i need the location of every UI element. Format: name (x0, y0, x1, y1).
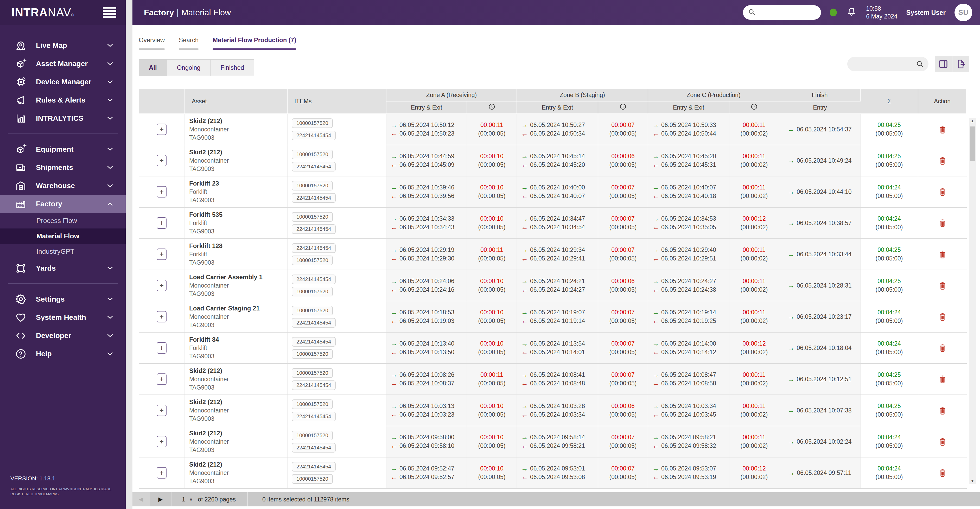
sidebar-item-yards[interactable]: Yards (0, 259, 126, 277)
sidebar-subitem-process-flow[interactable]: Process Flow (0, 213, 126, 229)
scroll-down-icon[interactable]: ▼ (969, 479, 976, 483)
tab-material-flow-production[interactable]: Material Flow Production (7) (213, 37, 296, 50)
item-tag-chip: 224214145454 (292, 275, 336, 284)
asset-tag: TAG9003 (189, 446, 215, 454)
filter-finished[interactable]: Finished (210, 60, 254, 76)
delete-row-button[interactable] (937, 124, 948, 135)
entry-arrow-icon: → (652, 402, 659, 410)
delete-row-button[interactable] (937, 155, 948, 166)
table-scrollbar[interactable]: ▲ ▼ (969, 118, 976, 484)
dwell-duration: 00:00:12 (742, 339, 766, 348)
next-page-button[interactable]: ▶ (150, 492, 172, 506)
tab-search[interactable]: Search (179, 37, 199, 50)
sidebar-item-device-manager[interactable]: Device Manager (0, 73, 126, 91)
expand-row-button[interactable]: + (157, 342, 167, 354)
entry-timestamp: 06.05.2024 10:50:33 (661, 121, 716, 129)
sidebar-item-help[interactable]: Help (0, 345, 126, 363)
duration-value: 00:00:07 (611, 121, 635, 128)
sidebar-item-developer[interactable]: Developer (0, 326, 126, 345)
chevron-down-icon (106, 114, 114, 123)
export-button[interactable] (952, 56, 969, 72)
sidebar-item-settings[interactable]: Settings (0, 290, 126, 309)
sidebar-item-equipment[interactable]: Equipment (0, 140, 126, 159)
sidebar-item-factory[interactable]: Factory (0, 195, 126, 213)
chevron-down-icon (106, 181, 114, 191)
delete-row-button[interactable] (937, 342, 948, 353)
zone-entry-exit-cell: →06.05.2024 09:53:07←06.05.2024 09:53:19 (648, 458, 729, 488)
delete-row-button[interactable] (937, 468, 948, 478)
zone-entry-exit-cell: →06.05.2024 10:08:41←06.05.2024 10:08:48 (517, 364, 598, 394)
zone-entry-exit-cell: →06.05.2024 10:19:07←06.05.2024 10:19:14 (517, 301, 598, 332)
sidebar-subitem-industrygpt[interactable]: IndustryGPT (0, 244, 126, 259)
exit-timestamp: 06.05.2024 10:19:25 (661, 317, 716, 325)
sidebar-item-intralytics[interactable]: INTRALYTICS (0, 109, 126, 127)
zone-entry-line: →06.05.2024 10:29:19 (391, 246, 454, 254)
asset-tag: TAG9003 (189, 321, 215, 329)
total-target: (00:05:00) (876, 348, 903, 356)
expand-row-button[interactable]: + (157, 124, 167, 135)
expand-row-button[interactable]: + (157, 155, 167, 166)
filter-all[interactable]: All (139, 60, 167, 76)
scrollbar-thumb[interactable] (970, 126, 975, 161)
asset-type: Monocontainer (189, 313, 229, 321)
exit-arrow-icon: ← (521, 410, 528, 419)
expand-cell: + (139, 145, 185, 176)
sidebar-item-system-health[interactable]: System Health (0, 309, 126, 326)
delete-row-button[interactable] (937, 186, 948, 197)
table-toolbar (847, 56, 969, 72)
zone-entry-exit-cell: →06.05.2024 10:19:14←06.05.2024 10:19:25 (648, 301, 729, 332)
tab-underline (139, 48, 165, 50)
table-search[interactable] (847, 57, 929, 71)
expand-row-button[interactable]: + (157, 311, 167, 323)
sidebar-item-shipments[interactable]: Shipments (0, 159, 126, 177)
tab-overview[interactable]: Overview (139, 37, 165, 50)
sidebar-subitem-material-flow[interactable]: Material Flow (0, 229, 126, 244)
expand-row-button[interactable]: + (157, 467, 167, 479)
delete-row-button[interactable] (937, 436, 948, 447)
expand-row-button[interactable]: + (157, 374, 167, 385)
delete-row-button[interactable] (937, 311, 948, 322)
topbar-search[interactable] (743, 5, 821, 20)
delete-row-button[interactable] (937, 280, 948, 291)
filter-ongoing[interactable]: Ongoing (167, 60, 211, 76)
sidebar-item-live-map[interactable]: Live Map (0, 37, 126, 55)
delete-row-button[interactable] (937, 374, 948, 385)
trash-icon (937, 249, 948, 260)
sidebar-item-asset-manager[interactable]: Asset Manager (0, 55, 126, 73)
expand-row-button[interactable]: + (157, 186, 167, 197)
finish-entry-line: →06.05.2024 10:49:24 (788, 156, 851, 165)
zone-exit-line: ←06.05.2024 10:19:25 (652, 317, 716, 325)
prev-page-button[interactable]: ◀ (132, 492, 150, 506)
finish-cell: →06.05.2024 10:07:38 (780, 395, 861, 426)
avatar[interactable]: SU (955, 4, 972, 21)
page-selector[interactable]: 1 ∨ of 2260 pages (172, 492, 248, 506)
target-duration: (00:00:05) (478, 348, 506, 356)
delete-row-button[interactable] (937, 405, 948, 416)
notifications-bell-icon[interactable] (846, 6, 857, 19)
dwell-duration: 00:00:10 (480, 402, 504, 410)
asset-cell: Skid2 (212)MonocontainerTAG9003 (185, 426, 288, 457)
sidebar-item-warehouse[interactable]: Warehouse (0, 177, 126, 195)
scroll-up-icon[interactable]: ▲ (969, 119, 976, 123)
sidebar-item-rules-alerts[interactable]: Rules & Alerts (0, 91, 126, 109)
delete-row-button[interactable] (937, 218, 948, 229)
expand-row-button[interactable]: + (157, 280, 167, 291)
hamburger-menu-icon[interactable] (103, 7, 116, 18)
zone-entry-line: →06.05.2024 10:50:33 (652, 121, 716, 129)
target-duration: (00:00:05) (609, 348, 637, 356)
zone-duration-cell: 00:00:10(00:00:05) (467, 177, 517, 207)
exit-timestamp: 06.05.2024 10:24:38 (661, 285, 716, 294)
page-title-divider: | (174, 8, 181, 17)
delete-row-button[interactable] (937, 249, 948, 260)
expand-row-button[interactable]: + (157, 436, 167, 447)
topbar-search-input[interactable] (759, 9, 818, 16)
entry-arrow-icon: → (521, 308, 528, 317)
zone-entry-exit-cell: →06.05.2024 10:29:19←06.05.2024 10:29:30 (387, 239, 467, 270)
expand-row-button[interactable]: + (157, 248, 167, 260)
duration-target: (00:00:05) (478, 474, 506, 480)
columns-button[interactable] (935, 56, 951, 72)
expand-row-button[interactable]: + (157, 217, 167, 229)
expand-row-button[interactable]: + (157, 405, 167, 416)
expand-cell: + (139, 270, 185, 301)
intranav-logo[interactable]: INTRANAV® (11, 6, 74, 19)
